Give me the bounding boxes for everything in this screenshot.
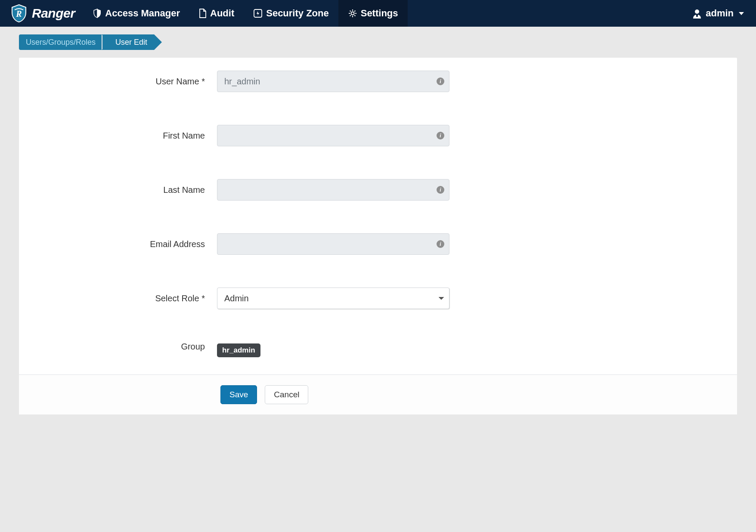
user-icon: [692, 8, 702, 19]
zone-icon: [253, 9, 263, 18]
info-icon[interactable]: i: [437, 132, 444, 139]
brand[interactable]: R Ranger: [0, 4, 84, 23]
save-button[interactable]: Save: [220, 385, 257, 404]
label-last-name: Last Name: [36, 185, 217, 195]
nav-label: Settings: [361, 8, 398, 19]
last-name-input[interactable]: [217, 179, 449, 201]
label-group: Group: [36, 342, 217, 352]
row-first-name: First Name i: [19, 125, 737, 146]
nav-label: Access Manager: [105, 8, 180, 19]
row-role: Select Role * Admin: [19, 288, 737, 309]
first-name-input[interactable]: [217, 125, 449, 146]
panel-footer: Save Cancel: [19, 374, 737, 414]
label-role: Select Role *: [36, 294, 217, 303]
user-name-input[interactable]: [217, 71, 449, 92]
info-icon[interactable]: i: [437, 186, 444, 194]
nav-audit[interactable]: Audit: [189, 0, 244, 27]
role-select[interactable]: Admin: [217, 288, 449, 309]
breadcrumb-label: User Edit: [115, 38, 147, 47]
label-first-name: First Name: [36, 131, 217, 141]
breadcrumb-user-edit[interactable]: User Edit: [102, 34, 154, 50]
group-chip: hr_admin: [217, 343, 260, 357]
info-icon[interactable]: i: [437, 77, 444, 85]
breadcrumb-label: Users/Groups/Roles: [26, 38, 96, 47]
cancel-button[interactable]: Cancel: [265, 385, 308, 404]
breadcrumb: Users/Groups/Roles User Edit: [0, 27, 756, 50]
user-edit-panel: User Name * i First Name i Last Name i E…: [19, 58, 737, 414]
row-last-name: Last Name i: [19, 179, 737, 201]
row-group: Group hr_admin: [19, 342, 737, 357]
svg-rect-4: [696, 14, 698, 17]
user-menu[interactable]: admin: [680, 8, 756, 19]
row-email: Email Address i: [19, 233, 737, 255]
label-email: Email Address: [36, 239, 217, 249]
email-input[interactable]: [217, 233, 449, 255]
user-label: admin: [706, 8, 734, 19]
svg-point-2: [351, 12, 354, 15]
svg-text:R: R: [15, 9, 22, 19]
label-user-name: User Name *: [36, 77, 217, 87]
nav-label: Security Zone: [266, 8, 328, 19]
gear-icon: [348, 9, 357, 18]
ranger-logo-icon: R: [10, 4, 28, 23]
nav-access-manager[interactable]: Access Manager: [84, 0, 189, 27]
nav-items: Access Manager Audit Security Zone Setti…: [84, 0, 407, 27]
brand-name: Ranger: [32, 6, 75, 21]
nav-security-zone[interactable]: Security Zone: [244, 0, 338, 27]
chevron-down-icon: [739, 12, 744, 15]
top-navbar: R Ranger Access Manager Audit Security Z…: [0, 0, 756, 27]
nav-label: Audit: [210, 8, 234, 19]
svg-point-3: [695, 9, 699, 14]
info-icon[interactable]: i: [437, 240, 444, 248]
file-icon: [199, 9, 207, 18]
row-user-name: User Name * i: [19, 71, 737, 92]
shield-half-icon: [93, 9, 102, 18]
breadcrumb-users-groups-roles[interactable]: Users/Groups/Roles: [19, 34, 102, 50]
nav-settings[interactable]: Settings: [338, 0, 408, 27]
